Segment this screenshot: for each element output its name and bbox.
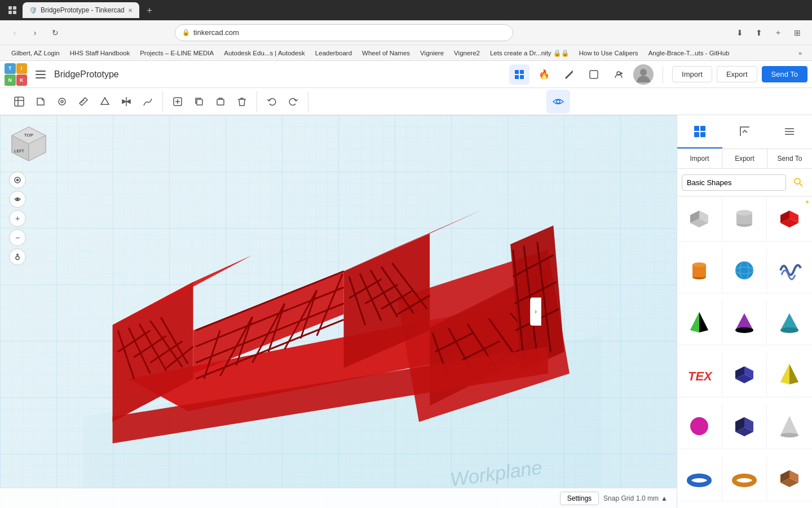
svg-marker-141: [780, 364, 789, 384]
shape-torus-blue[interactable]: [677, 456, 722, 501]
forward-button[interactable]: ›: [27, 25, 43, 41]
import-button[interactable]: Import: [672, 66, 712, 82]
svg-rect-8: [520, 70, 524, 74]
snap-grid-control[interactable]: Snap Grid 1.0 mm ▲: [603, 494, 668, 502]
tab-bar: 🛡️ BridgePrototype - Tinkercad ✕ ＋: [0, 0, 812, 20]
svg-point-125: [735, 261, 753, 279]
hamburger-menu-button[interactable]: [32, 65, 50, 84]
shape-cone-teal[interactable]: [767, 300, 812, 345]
svg-text:TEXT: TEXT: [688, 369, 713, 383]
share-button[interactable]: ⬆: [751, 25, 767, 41]
panel-view-tabs: [677, 115, 812, 149]
zoom-out-button[interactable]: −: [9, 229, 26, 246]
shape-sphere-pink[interactable]: [677, 404, 722, 449]
shape-box-grey[interactable]: [677, 196, 722, 242]
shape-box-navy[interactable]: [722, 404, 767, 449]
bookmarks-more-button[interactable]: »: [795, 49, 805, 58]
bookmark-5[interactable]: Wheel of Names: [358, 49, 414, 58]
add-user-button[interactable]: [608, 64, 629, 85]
import-panel-button[interactable]: Import: [677, 149, 722, 168]
export-button[interactable]: Export: [717, 66, 757, 82]
note-tool-button[interactable]: [30, 91, 51, 112]
shape-cylinder-grey[interactable]: [722, 196, 767, 242]
logo-n: N: [5, 75, 16, 86]
fire-button[interactable]: 🔥: [534, 64, 554, 85]
svg-point-33: [557, 100, 560, 103]
header-right-actions: 🔥 Import Export Send To: [509, 64, 807, 85]
eye-tool-button[interactable]: [546, 90, 570, 113]
paste-button[interactable]: [210, 91, 231, 112]
svg-rect-17: [15, 97, 24, 106]
bookmark-1[interactable]: HHS Staff Handbook: [65, 49, 135, 58]
bookmark-3[interactable]: Autodesk Edu...s | Autodesk: [219, 49, 310, 58]
zoom-in-button[interactable]: +: [9, 210, 26, 227]
extensions-button[interactable]: ⊞: [789, 25, 805, 41]
shape-pyramid-yellow[interactable]: [767, 352, 812, 397]
view-cube[interactable]: TOP LEFT: [9, 124, 48, 164]
shape-torus-orange[interactable]: [722, 456, 767, 501]
fit-view-button[interactable]: [9, 248, 26, 265]
reload-button[interactable]: ↻: [47, 25, 63, 41]
bookmark-7[interactable]: Vignere2: [449, 49, 484, 58]
tab-close-btn[interactable]: ✕: [128, 7, 133, 14]
orbit-button[interactable]: [9, 191, 26, 208]
shape-cone-grey[interactable]: [767, 404, 812, 449]
list-view-tab[interactable]: [767, 115, 812, 148]
grid-view-tab[interactable]: [677, 115, 722, 148]
shape-scribble[interactable]: [767, 248, 812, 294]
download-button[interactable]: ⬇: [732, 25, 748, 41]
bookmark-9[interactable]: How to Use Calipers: [575, 49, 643, 58]
shape-box-red[interactable]: ★: [767, 196, 812, 242]
svg-line-112: [800, 183, 802, 186]
new-shape-button[interactable]: [167, 91, 188, 112]
workplane-tool-button[interactable]: [9, 91, 29, 112]
bookmark-8[interactable]: Lets create a Dr...nity 🔒🔒: [486, 48, 573, 58]
ruler-tool-button[interactable]: [73, 91, 94, 112]
shape-pyramid-green[interactable]: [677, 300, 722, 345]
back-button[interactable]: ‹: [7, 25, 23, 41]
settings-button[interactable]: Settings: [560, 492, 599, 505]
bookmark-10[interactable]: Angle-Brace-T...uts - GitHub: [644, 49, 734, 58]
shape-box-brown[interactable]: [767, 456, 812, 501]
shapes-search-button[interactable]: [789, 173, 807, 191]
people-button[interactable]: [584, 64, 604, 85]
grid-view-button[interactable]: [509, 64, 529, 85]
mirror-tool-button[interactable]: [116, 91, 136, 112]
shapes-tool-button[interactable]: [95, 91, 115, 112]
shapes-category-dropdown[interactable]: Basic Shapes Rulers Shape Generators Con…: [682, 174, 786, 191]
svg-rect-9: [515, 75, 519, 79]
bookmark-2[interactable]: Projects – E-LINE MEDIA: [135, 49, 218, 58]
build-button[interactable]: [559, 64, 579, 85]
bookmark-0[interactable]: Gilbert, AZ Login: [7, 49, 64, 58]
bookmark-6[interactable]: Vigniere: [416, 49, 448, 58]
export-panel-button[interactable]: Export: [722, 149, 767, 168]
send-to-panel-button[interactable]: Send To: [767, 149, 812, 168]
address-bar[interactable]: 🔒 tinkercad.com: [175, 24, 513, 41]
freehand-tool-button[interactable]: [138, 91, 158, 112]
user-avatar[interactable]: [633, 64, 654, 85]
redo-button[interactable]: [283, 91, 303, 112]
logo-i: I: [16, 63, 28, 75]
shape-box-blue[interactable]: [722, 352, 767, 397]
apps-button[interactable]: [5, 2, 20, 18]
shape-cylinder-orange[interactable]: [677, 248, 722, 294]
shape-text[interactable]: TEXT: [677, 352, 722, 397]
snap-grid-label: Snap Grid: [603, 494, 634, 502]
new-tab-btn[interactable]: ＋: [770, 25, 786, 41]
send-to-button[interactable]: Send To: [762, 66, 807, 82]
corner-view-tab[interactable]: [722, 115, 767, 148]
panel-collapse-button[interactable]: ›: [530, 297, 541, 326]
new-tab-button[interactable]: ＋: [142, 2, 157, 18]
undo-button[interactable]: [262, 91, 282, 112]
active-tab[interactable]: 🛡️ BridgePrototype - Tinkercad ✕: [23, 2, 139, 18]
panel-actions: Import Export Send To: [677, 149, 812, 169]
copy-button[interactable]: [189, 91, 209, 112]
align-tool-button[interactable]: [52, 91, 72, 112]
reset-view-button[interactable]: [9, 172, 26, 189]
bookmark-4[interactable]: Leaderboard: [311, 49, 356, 58]
shape-sphere-blue[interactable]: [722, 248, 767, 294]
delete-button[interactable]: [232, 91, 252, 112]
svg-rect-4: [36, 71, 46, 72]
viewport[interactable]: Workplane TOP LEFT: [0, 115, 677, 508]
shape-cone-purple[interactable]: [722, 300, 767, 345]
